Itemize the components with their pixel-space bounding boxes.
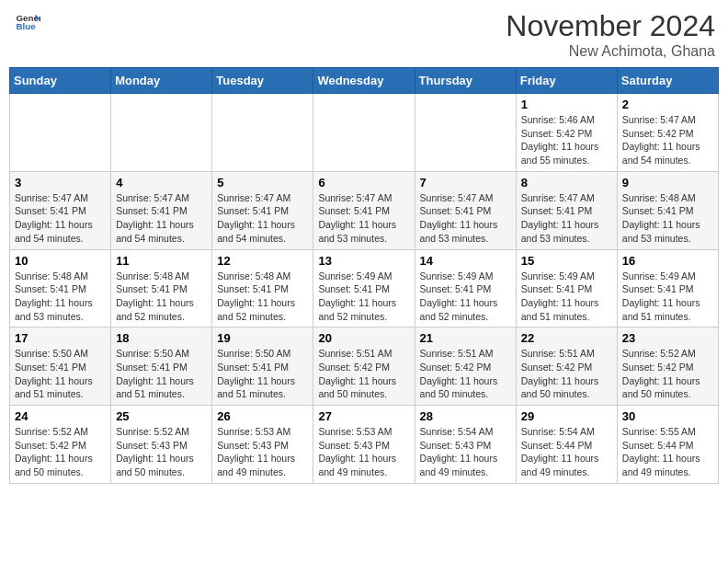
- day-number: 5: [217, 176, 308, 190]
- day-number: 25: [116, 409, 207, 423]
- day-info: Sunrise: 5:47 AMSunset: 5:41 PMDaylight:…: [420, 191, 511, 246]
- day-number: 2: [622, 98, 713, 111]
- day-number: 3: [15, 176, 106, 190]
- day-number: 21: [420, 331, 511, 345]
- calendar-table: SundayMondayTuesdayWednesdayThursdayFrid…: [9, 67, 719, 484]
- day-info: Sunrise: 5:49 AMSunset: 5:41 PMDaylight:…: [521, 270, 612, 324]
- day-cell: 30Sunrise: 5:55 AMSunset: 5:44 PMDayligh…: [617, 406, 718, 484]
- week-row-4: 17Sunrise: 5:50 AMSunset: 5:41 PMDayligh…: [10, 327, 719, 406]
- day-cell: 6Sunrise: 5:47 AMSunset: 5:41 PMDaylight…: [313, 171, 415, 249]
- col-header-thursday: Thursday: [415, 68, 516, 94]
- day-info: Sunrise: 5:53 AMSunset: 5:43 PMDaylight:…: [217, 425, 308, 479]
- day-number: 11: [116, 254, 207, 268]
- day-cell: 21Sunrise: 5:51 AMSunset: 5:42 PMDayligh…: [415, 327, 516, 406]
- day-info: Sunrise: 5:47 AMSunset: 5:41 PMDaylight:…: [15, 191, 106, 246]
- day-number: 14: [420, 254, 511, 268]
- day-cell: 28Sunrise: 5:54 AMSunset: 5:43 PMDayligh…: [415, 406, 516, 484]
- day-cell: [212, 94, 313, 172]
- day-info: Sunrise: 5:47 AMSunset: 5:41 PMDaylight:…: [217, 191, 308, 246]
- week-row-1: 1Sunrise: 5:46 AMSunset: 5:42 PMDaylight…: [10, 94, 719, 172]
- week-row-5: 24Sunrise: 5:52 AMSunset: 5:42 PMDayligh…: [10, 406, 719, 484]
- day-cell: 25Sunrise: 5:52 AMSunset: 5:43 PMDayligh…: [111, 406, 212, 484]
- day-cell: 27Sunrise: 5:53 AMSunset: 5:43 PMDayligh…: [313, 406, 415, 484]
- day-info: Sunrise: 5:55 AMSunset: 5:44 PMDaylight:…: [622, 425, 713, 479]
- day-cell: 20Sunrise: 5:51 AMSunset: 5:42 PMDayligh…: [313, 327, 415, 406]
- day-info: Sunrise: 5:52 AMSunset: 5:42 PMDaylight:…: [15, 425, 106, 479]
- day-info: Sunrise: 5:48 AMSunset: 5:41 PMDaylight:…: [116, 270, 207, 324]
- day-cell: [111, 94, 212, 172]
- day-number: 28: [420, 409, 511, 423]
- day-number: 15: [521, 254, 612, 268]
- day-info: Sunrise: 5:46 AMSunset: 5:42 PMDaylight:…: [521, 113, 612, 167]
- day-number: 17: [15, 331, 106, 345]
- day-info: Sunrise: 5:51 AMSunset: 5:42 PMDaylight:…: [521, 347, 612, 401]
- day-number: 12: [217, 254, 308, 268]
- day-info: Sunrise: 5:47 AMSunset: 5:41 PMDaylight:…: [521, 191, 612, 246]
- day-info: Sunrise: 5:47 AMSunset: 5:41 PMDaylight:…: [318, 191, 409, 246]
- title-block: November 2024 New Achimota, Ghana: [506, 9, 715, 60]
- col-header-monday: Monday: [111, 68, 212, 94]
- day-info: Sunrise: 5:49 AMSunset: 5:41 PMDaylight:…: [622, 270, 713, 324]
- day-cell: 24Sunrise: 5:52 AMSunset: 5:42 PMDayligh…: [10, 406, 111, 484]
- day-number: 4: [116, 176, 207, 190]
- col-header-tuesday: Tuesday: [212, 68, 313, 94]
- day-info: Sunrise: 5:51 AMSunset: 5:42 PMDaylight:…: [420, 347, 511, 401]
- day-number: 22: [521, 331, 612, 345]
- page-header: General Blue November 2024 New Achimota,…: [9, 9, 719, 60]
- day-info: Sunrise: 5:48 AMSunset: 5:41 PMDaylight:…: [217, 270, 308, 324]
- day-cell: 11Sunrise: 5:48 AMSunset: 5:41 PMDayligh…: [111, 249, 212, 327]
- logo-icon: General Blue: [15, 9, 40, 35]
- day-info: Sunrise: 5:51 AMSunset: 5:42 PMDaylight:…: [318, 347, 409, 401]
- day-info: Sunrise: 5:49 AMSunset: 5:41 PMDaylight:…: [318, 270, 409, 324]
- day-cell: 14Sunrise: 5:49 AMSunset: 5:41 PMDayligh…: [415, 249, 516, 327]
- day-cell: 19Sunrise: 5:50 AMSunset: 5:41 PMDayligh…: [212, 327, 313, 406]
- day-cell: 8Sunrise: 5:47 AMSunset: 5:41 PMDaylight…: [516, 171, 617, 249]
- location: New Achimota, Ghana: [506, 43, 715, 60]
- day-cell: 5Sunrise: 5:47 AMSunset: 5:41 PMDaylight…: [212, 171, 313, 249]
- day-number: 9: [622, 176, 713, 190]
- day-info: Sunrise: 5:47 AMSunset: 5:41 PMDaylight:…: [116, 191, 207, 246]
- day-cell: 13Sunrise: 5:49 AMSunset: 5:41 PMDayligh…: [313, 249, 415, 327]
- week-row-2: 3Sunrise: 5:47 AMSunset: 5:41 PMDaylight…: [10, 171, 719, 249]
- day-cell: 15Sunrise: 5:49 AMSunset: 5:41 PMDayligh…: [516, 249, 617, 327]
- day-cell: 29Sunrise: 5:54 AMSunset: 5:44 PMDayligh…: [516, 406, 617, 484]
- day-number: 19: [217, 331, 308, 345]
- day-info: Sunrise: 5:54 AMSunset: 5:43 PMDaylight:…: [420, 425, 511, 479]
- col-header-saturday: Saturday: [617, 68, 718, 94]
- day-cell: 9Sunrise: 5:48 AMSunset: 5:41 PMDaylight…: [617, 171, 718, 249]
- week-row-3: 10Sunrise: 5:48 AMSunset: 5:41 PMDayligh…: [10, 249, 719, 327]
- day-info: Sunrise: 5:52 AMSunset: 5:42 PMDaylight:…: [622, 347, 713, 401]
- day-info: Sunrise: 5:50 AMSunset: 5:41 PMDaylight:…: [217, 347, 308, 401]
- day-info: Sunrise: 5:50 AMSunset: 5:41 PMDaylight:…: [15, 347, 106, 401]
- day-info: Sunrise: 5:49 AMSunset: 5:41 PMDaylight:…: [420, 270, 511, 324]
- day-number: 27: [318, 409, 409, 423]
- day-number: 30: [622, 409, 713, 423]
- day-cell: 4Sunrise: 5:47 AMSunset: 5:41 PMDaylight…: [111, 171, 212, 249]
- day-number: 16: [622, 254, 713, 268]
- day-number: 1: [521, 98, 612, 111]
- day-info: Sunrise: 5:53 AMSunset: 5:43 PMDaylight:…: [318, 425, 409, 479]
- month-title: November 2024: [506, 9, 715, 43]
- day-number: 8: [521, 176, 612, 190]
- day-number: 20: [318, 331, 409, 345]
- day-cell: 16Sunrise: 5:49 AMSunset: 5:41 PMDayligh…: [617, 249, 718, 327]
- day-cell: 1Sunrise: 5:46 AMSunset: 5:42 PMDaylight…: [516, 94, 617, 172]
- day-cell: [313, 94, 415, 172]
- day-cell: 23Sunrise: 5:52 AMSunset: 5:42 PMDayligh…: [617, 327, 718, 406]
- day-cell: 18Sunrise: 5:50 AMSunset: 5:41 PMDayligh…: [111, 327, 212, 406]
- day-info: Sunrise: 5:48 AMSunset: 5:41 PMDaylight:…: [622, 191, 713, 246]
- day-info: Sunrise: 5:48 AMSunset: 5:41 PMDaylight:…: [15, 270, 106, 324]
- day-cell: 2Sunrise: 5:47 AMSunset: 5:42 PMDaylight…: [617, 94, 718, 172]
- day-cell: 22Sunrise: 5:51 AMSunset: 5:42 PMDayligh…: [516, 327, 617, 406]
- day-number: 6: [318, 176, 409, 190]
- day-number: 26: [217, 409, 308, 423]
- day-info: Sunrise: 5:54 AMSunset: 5:44 PMDaylight:…: [521, 425, 612, 479]
- day-info: Sunrise: 5:50 AMSunset: 5:41 PMDaylight:…: [116, 347, 207, 401]
- day-number: 13: [318, 254, 409, 268]
- day-cell: 7Sunrise: 5:47 AMSunset: 5:41 PMDaylight…: [415, 171, 516, 249]
- day-number: 7: [420, 176, 511, 190]
- col-header-friday: Friday: [516, 68, 617, 94]
- day-cell: 26Sunrise: 5:53 AMSunset: 5:43 PMDayligh…: [212, 406, 313, 484]
- day-cell: 17Sunrise: 5:50 AMSunset: 5:41 PMDayligh…: [10, 327, 111, 406]
- day-number: 18: [116, 331, 207, 345]
